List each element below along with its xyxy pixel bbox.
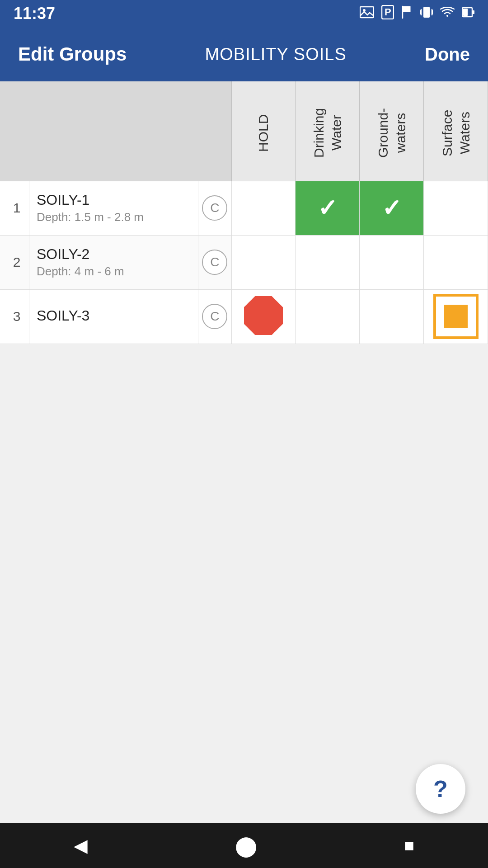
home-icon: ⬤ [235, 834, 257, 857]
svg-rect-11 [463, 9, 468, 16]
checkmark-icon: ✓ [318, 195, 338, 221]
copy-btn-cell-3: C [198, 289, 231, 344]
task-icon [401, 5, 413, 22]
stop-sign-icon [243, 295, 284, 336]
svg-text:P: P [385, 6, 391, 18]
copy-button-2[interactable]: C [202, 250, 227, 275]
sample-depth-1: Depth: 1.5 m - 2.8 m [37, 210, 191, 224]
cell-3-groundwaters[interactable] [360, 289, 424, 344]
copy-button-1[interactable]: C [202, 195, 227, 221]
copy-button-3[interactable]: C [202, 304, 227, 329]
status-bar: 11:37 P [0, 0, 488, 27]
table-header: HOLD Drinking Water Ground-waters Surfac… [0, 81, 488, 181]
row-number-2: 2 [0, 235, 29, 289]
nav-recents-button[interactable]: ■ [404, 836, 414, 855]
bottom-navigation: ◀ ⬤ ■ [0, 823, 488, 868]
cell-2-hold[interactable] [231, 235, 296, 289]
copy-btn-cell-1: C [198, 181, 231, 235]
vibrate-icon [420, 5, 433, 22]
nav-back-button[interactable]: ◀ [74, 835, 88, 856]
sample-name-1: SOILY-1 [37, 192, 191, 208]
back-icon: ◀ [74, 835, 88, 856]
row-number-1: 1 [0, 181, 29, 235]
cell-1-drinking-water[interactable]: ✓ [296, 181, 360, 235]
header-groundwaters: Ground-waters [360, 81, 424, 181]
battery-icon [462, 5, 474, 22]
header-empty-cell [0, 81, 231, 181]
sample-name-3: SOILY-3 [37, 307, 191, 324]
header-drinking-water: Drinking Water [296, 81, 360, 181]
parking-icon: P [381, 5, 394, 23]
orange-square-icon [433, 294, 479, 339]
cell-1-groundwaters[interactable]: ✓ [360, 181, 424, 235]
cell-3-hold[interactable] [231, 289, 296, 344]
cell-2-drinking-water[interactable] [296, 235, 360, 289]
edit-groups-button[interactable]: Edit Groups [18, 43, 127, 65]
svg-marker-12 [244, 297, 282, 335]
svg-rect-4 [423, 7, 430, 18]
wifi-icon [440, 7, 455, 21]
cell-1-hold[interactable] [231, 181, 296, 235]
cell-3-drinking-water[interactable] [296, 289, 360, 344]
header-surface-waters: Surface Waters [424, 81, 488, 181]
checkmark-icon: ✓ [382, 195, 402, 221]
table-row: 3 SOILY-3 C [0, 289, 488, 344]
row-label-2: SOILY-2 Depth: 4 m - 6 m [29, 235, 198, 289]
cell-2-surface-waters[interactable] [424, 235, 488, 289]
cell-3-surface-waters[interactable] [424, 289, 488, 344]
copy-btn-cell-2: C [198, 235, 231, 289]
image-icon [360, 6, 374, 22]
svg-rect-10 [473, 10, 474, 14]
row-number-3: 3 [0, 289, 29, 344]
cell-2-groundwaters[interactable] [360, 235, 424, 289]
recents-icon: ■ [404, 836, 414, 855]
page-title: MOBILITY SOILS [205, 45, 347, 64]
done-button[interactable]: Done [425, 44, 470, 65]
app-bar: Edit Groups MOBILITY SOILS Done [0, 27, 488, 81]
sample-depth-2: Depth: 4 m - 6 m [37, 264, 191, 278]
header-hold: HOLD [231, 81, 296, 181]
cell-1-surface-waters[interactable] [424, 181, 488, 235]
help-fab-button[interactable]: ? [416, 764, 465, 814]
nav-home-button[interactable]: ⬤ [235, 834, 257, 857]
status-time: 11:37 [14, 4, 55, 23]
status-icons: P [360, 5, 474, 23]
svg-rect-0 [360, 7, 374, 18]
main-table: HOLD Drinking Water Ground-waters Surfac… [0, 81, 488, 344]
table-row: 1 SOILY-1 Depth: 1.5 m - 2.8 m C ✓ ✓ [0, 181, 488, 235]
table-row: 2 SOILY-2 Depth: 4 m - 6 m C [0, 235, 488, 289]
sample-name-2: SOILY-2 [37, 246, 191, 263]
orange-inner-square [444, 305, 468, 328]
row-label-1: SOILY-1 Depth: 1.5 m - 2.8 m [29, 181, 198, 235]
row-label-3: SOILY-3 [29, 289, 198, 344]
